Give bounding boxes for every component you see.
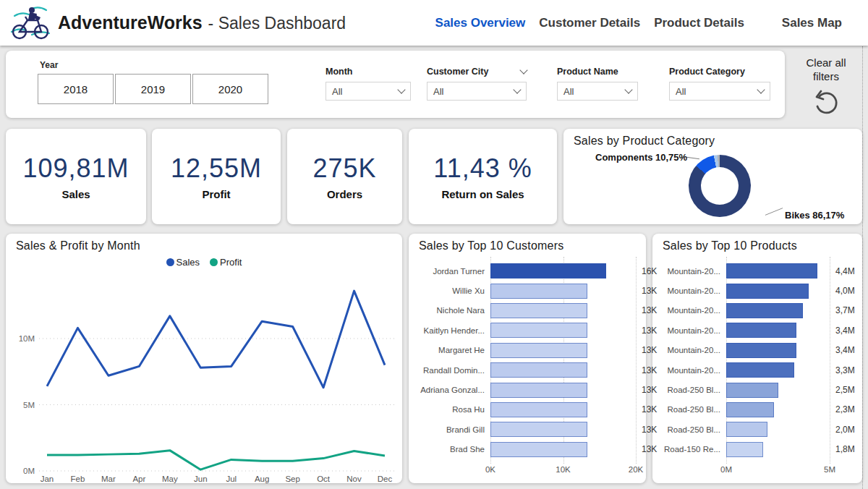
chevron-down-icon	[757, 85, 765, 93]
bar[interactable]	[726, 343, 796, 358]
donut-hole	[701, 167, 739, 205]
product-category-dropdown[interactable]: All	[669, 82, 770, 101]
bar[interactable]	[490, 362, 587, 378]
kpi-profit-value: 12,55M	[171, 153, 262, 184]
bar[interactable]	[726, 284, 809, 299]
bar-category-label: Mountain-20...	[652, 326, 726, 335]
bar-category-label: Kaitlyn Hender...	[409, 326, 490, 335]
month-slicer-label: Month	[326, 67, 411, 77]
product-category-slicer: Product Category All	[669, 67, 770, 101]
bikes-slice-label: Bikes 86,17%	[785, 210, 844, 221]
nav-tabs: Sales Overview Customer Details Product …	[422, 0, 842, 46]
clear-all-filters-button[interactable]: Clear all filters	[794, 56, 858, 119]
bar-row: Mountain-20...4,0M	[652, 281, 862, 300]
donut-chart-title: Sales by Product Category	[563, 129, 862, 148]
bar-category-label: Mountain-20...	[652, 267, 726, 276]
sales-by-top-products-chart: Sales by Top 10 Products Mountain-20...4…	[652, 234, 862, 483]
kpi-return-label: Return on Sales	[441, 188, 524, 200]
bar-row: Mountain-20...3,7M	[652, 301, 862, 320]
undo-arrow-icon	[812, 90, 840, 116]
x-axis-tick-label: 0K	[485, 465, 495, 474]
bar-category-label: Brad She	[409, 445, 490, 454]
y-axis-label: 10M	[19, 334, 35, 343]
bar-row: Mountain-20...3,3M	[652, 360, 862, 380]
legend-item-sales[interactable]: Sales	[166, 257, 200, 268]
kpi-orders-value: 275K	[312, 153, 376, 184]
bar-track	[490, 442, 636, 457]
bar-row: Brandi Gill13K	[409, 420, 646, 439]
customer-city-dropdown[interactable]: All	[427, 82, 527, 101]
chevron-down-icon[interactable]	[519, 66, 527, 74]
legend-dot-icon	[210, 258, 218, 266]
month-dropdown[interactable]: All	[326, 82, 411, 101]
bar[interactable]	[726, 362, 794, 378]
year-slicer-label: Year	[40, 60, 58, 70]
x-axis-label: Apr	[132, 475, 145, 483]
sales-line[interactable]	[47, 291, 385, 388]
product-name-dropdown[interactable]: All	[557, 82, 638, 101]
bar-track	[726, 263, 830, 278]
bar-value-label: 2,3M	[835, 404, 855, 414]
bar[interactable]	[726, 402, 774, 417]
bar[interactable]	[490, 303, 587, 318]
bar[interactable]	[726, 422, 767, 437]
bar[interactable]	[490, 402, 587, 417]
customers-bar-chart: Jordan Turner16KWillie Xu13KNichole Nara…	[409, 261, 646, 477]
bar-category-label: Jordan Turner	[409, 267, 490, 276]
components-slice-label: Components 10,75%	[595, 152, 687, 163]
bar[interactable]	[490, 442, 587, 457]
bar-value-label: 3,4M	[835, 326, 855, 336]
legend-dot-icon	[166, 258, 174, 266]
bikes-leader-line	[765, 208, 783, 216]
kpi-profit-label: Profit	[202, 188, 230, 200]
bar[interactable]	[726, 442, 763, 457]
bar[interactable]	[726, 263, 817, 278]
x-axis-label: Mar	[101, 475, 116, 483]
bar[interactable]	[490, 284, 587, 299]
year-button-2019[interactable]: 2019	[115, 74, 191, 104]
bar-track	[726, 383, 830, 398]
year-button-2018[interactable]: 2018	[38, 74, 114, 104]
tab-product-details[interactable]: Product Details	[654, 16, 744, 30]
profit-line[interactable]	[47, 451, 385, 470]
bar[interactable]	[490, 422, 587, 437]
dashboard-subtitle: - Sales Dashboard	[208, 14, 346, 33]
bar[interactable]	[726, 303, 803, 318]
bar-row: Willie Xu13K	[409, 281, 646, 300]
bar-category-label: Margaret He	[409, 346, 490, 354]
bar-row: Road-250 Bl...2,3M	[652, 400, 862, 420]
bar-track	[490, 402, 636, 417]
bar-row: Adriana Gonzal...13K	[409, 380, 646, 399]
bar-row: Jordan Turner16K	[409, 261, 646, 281]
filter-bar: Year 2018 2019 2020 Month All Customer C…	[6, 51, 785, 118]
bar-track	[490, 263, 636, 278]
legend-label: Sales	[176, 257, 200, 268]
x-axis-tick-label: 10K	[556, 465, 570, 474]
bar[interactable]	[490, 383, 587, 398]
bar[interactable]	[726, 323, 796, 338]
product-name-slicer-label: Product Name	[557, 67, 638, 77]
sales-profit-by-month-chart: Sales & Profit by Month SalesProfit 0M5M…	[6, 234, 402, 483]
bar[interactable]	[490, 263, 606, 278]
tab-sales-overview[interactable]: Sales Overview	[435, 16, 526, 30]
line-chart-plot[interactable]: 0M5M10MJanFebMarAprMayJunJulAugSepOctNov…	[6, 268, 402, 485]
tab-customer-details[interactable]: Customer Details	[539, 16, 640, 30]
bar-category-label: Road-250 Bl...	[652, 386, 726, 394]
bar[interactable]	[726, 383, 778, 398]
bar-row: Road-150 Re...1,8M	[652, 440, 862, 459]
tab-sales-map[interactable]: Sales Map	[782, 16, 842, 30]
legend-item-profit[interactable]: Profit	[210, 257, 242, 268]
x-axis-tick-label: 0M	[720, 465, 732, 474]
product-category-donut[interactable]	[689, 155, 751, 217]
bar[interactable]	[490, 343, 587, 358]
x-axis-tick-label: 20K	[629, 465, 643, 474]
bar-row: Nichole Nara13K	[409, 301, 646, 320]
x-axis-label: May	[162, 475, 178, 483]
chevron-down-icon	[397, 85, 405, 93]
adventureworks-bike-logo-icon	[10, 4, 51, 42]
year-button-2020[interactable]: 2020	[192, 74, 268, 104]
bar[interactable]	[490, 323, 587, 338]
bar-row: Mountain-20...3,4M	[652, 320, 862, 340]
x-axis-label: Jun	[194, 475, 208, 483]
bar-row: Brad She13K	[409, 440, 646, 459]
